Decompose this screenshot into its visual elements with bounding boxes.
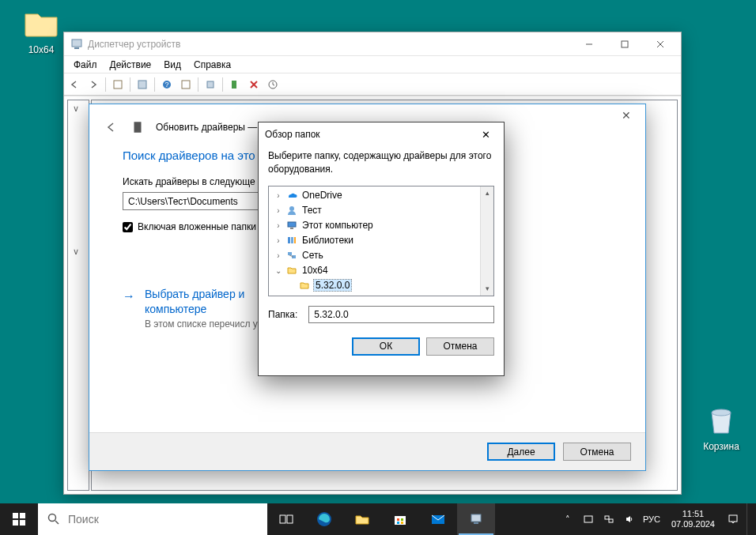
taskbar-explorer[interactable] xyxy=(343,503,381,535)
cancel-button[interactable]: Отмена xyxy=(563,443,631,461)
scroll-down-button[interactable]: ▾ xyxy=(481,282,494,296)
svg-rect-47 xyxy=(729,515,737,522)
dialog-title: Обзор папок xyxy=(265,129,474,140)
tray-icon[interactable] xyxy=(581,512,595,526)
expand-icon[interactable]: › xyxy=(274,221,283,230)
toolbar-button[interactable] xyxy=(177,76,195,93)
device-tree-panel[interactable]: ∨ ∨ xyxy=(67,100,89,491)
volume-icon[interactable] xyxy=(622,512,637,526)
close-button[interactable] xyxy=(642,33,678,55)
taskbar-devmgr[interactable] xyxy=(457,503,495,535)
folder-label: Папка: xyxy=(268,309,297,320)
svg-rect-45 xyxy=(605,516,609,519)
window-title: Диспетчер устройств xyxy=(88,39,571,50)
dialog-titlebar[interactable]: Обзор папок ✕ xyxy=(259,122,504,146)
tree-item-subfolder[interactable]: 5.32.0.0 xyxy=(269,278,493,293)
chevron-down-icon: ∨ xyxy=(68,100,89,117)
close-button[interactable]: ✕ xyxy=(474,125,497,144)
svg-rect-12 xyxy=(207,81,214,88)
wizard-footer: Далее Отмена xyxy=(89,432,645,470)
task-view-button[interactable] xyxy=(267,503,305,535)
ok-button[interactable]: ОК xyxy=(352,337,420,356)
folder-icon xyxy=(285,264,298,277)
scrollbar[interactable]: ▴ ▾ xyxy=(480,186,493,296)
svg-rect-20 xyxy=(290,228,293,229)
expand-icon[interactable]: › xyxy=(274,236,283,245)
desktop-recycle-bin[interactable]: Корзина xyxy=(693,401,750,452)
svg-rect-44 xyxy=(584,516,592,522)
tree-label: Тест xyxy=(301,205,323,216)
device-manager-icon xyxy=(70,38,83,51)
network-icon xyxy=(285,249,298,262)
svg-rect-38 xyxy=(401,518,403,521)
back-button[interactable] xyxy=(102,119,119,136)
tray-chevron-up-icon[interactable]: ˄ xyxy=(561,512,575,526)
scroll-up-button[interactable]: ▴ xyxy=(481,186,494,200)
svg-rect-7 xyxy=(114,81,122,89)
svg-rect-34 xyxy=(287,515,293,523)
svg-rect-30 xyxy=(20,520,25,526)
desktop-folder-10x64[interactable]: 10x64 xyxy=(13,5,70,55)
tree-label: 10x64 xyxy=(301,265,330,276)
device-manager-titlebar[interactable]: Диспетчер устройств xyxy=(64,32,681,56)
toolbar-button[interactable] xyxy=(109,76,127,93)
menu-help[interactable]: Справка xyxy=(187,58,237,72)
language-indicator[interactable]: РУС xyxy=(643,514,660,524)
chevron-down-icon: ∨ xyxy=(68,243,89,260)
cancel-button[interactable]: Отмена xyxy=(426,337,494,356)
dialog-description: Выберите папку, содержащую драйверы для … xyxy=(259,146,504,183)
checkbox-label: Включая вложенные папки xyxy=(138,221,256,232)
svg-line-32 xyxy=(55,521,59,524)
toolbar-button[interactable] xyxy=(134,76,151,93)
taskbar-clock[interactable]: 11:51 07.09.2024 xyxy=(667,509,720,529)
clock-time: 11:51 xyxy=(671,509,715,519)
nav-forward-button[interactable] xyxy=(85,76,102,93)
expand-icon[interactable]: › xyxy=(274,191,283,200)
next-button[interactable]: Далее xyxy=(487,443,555,461)
device-icon xyxy=(130,120,145,134)
arrow-icon: → xyxy=(123,289,135,330)
maximize-button[interactable] xyxy=(607,33,642,55)
notifications-icon[interactable] xyxy=(726,512,740,526)
checkbox[interactable] xyxy=(123,222,133,232)
uninstall-button[interactable] xyxy=(245,76,263,93)
update-driver-button[interactable] xyxy=(226,76,244,93)
expand-icon[interactable]: › xyxy=(274,206,283,215)
scan-hardware-button[interactable] xyxy=(202,76,219,93)
taskbar: Поиск ˄ РУС 11:51 07.09.2024 xyxy=(0,503,756,535)
network-icon[interactable] xyxy=(602,512,616,526)
minimize-button[interactable] xyxy=(571,33,607,55)
nav-back-button[interactable] xyxy=(66,76,83,93)
help-button[interactable]: ? xyxy=(158,76,176,93)
tree-item-user[interactable]: › Тест xyxy=(269,203,493,218)
taskbar-search[interactable]: Поиск xyxy=(38,503,267,535)
libraries-icon xyxy=(285,234,298,247)
toolbar-button[interactable] xyxy=(264,76,282,93)
taskbar-mail[interactable] xyxy=(419,503,457,535)
tree-item-libraries[interactable]: › Библиотеки xyxy=(269,233,493,248)
collapse-icon[interactable]: ⌄ xyxy=(274,266,283,275)
cloud-icon xyxy=(285,189,298,202)
svg-rect-36 xyxy=(395,516,406,525)
svg-rect-1 xyxy=(72,40,81,47)
close-button[interactable]: ✕ xyxy=(612,107,641,124)
show-desktop-button[interactable] xyxy=(747,503,751,535)
folder-tree[interactable]: › OneDrive › Тест › Этот компьютер › Биб… xyxy=(268,186,494,296)
svg-rect-27 xyxy=(13,513,18,518)
tree-item-network[interactable]: › Сеть xyxy=(269,248,493,263)
menu-view[interactable]: Вид xyxy=(157,58,187,72)
tree-item-10x64[interactable]: ⌄ 10x64 xyxy=(269,263,493,278)
tree-item-thispc[interactable]: › Этот компьютер xyxy=(269,218,493,233)
folder-name-input[interactable] xyxy=(308,306,494,323)
taskbar-store[interactable] xyxy=(381,503,419,535)
menu-file[interactable]: Файл xyxy=(67,58,104,72)
windows-icon xyxy=(13,513,25,526)
user-icon xyxy=(285,204,298,217)
taskbar-edge[interactable] xyxy=(305,503,343,535)
svg-point-31 xyxy=(49,514,56,522)
expand-icon[interactable]: › xyxy=(274,251,283,260)
tree-item-onedrive[interactable]: › OneDrive xyxy=(269,188,493,203)
menu-action[interactable]: Действие xyxy=(104,58,158,72)
svg-rect-46 xyxy=(609,519,613,522)
start-button[interactable] xyxy=(0,503,38,535)
